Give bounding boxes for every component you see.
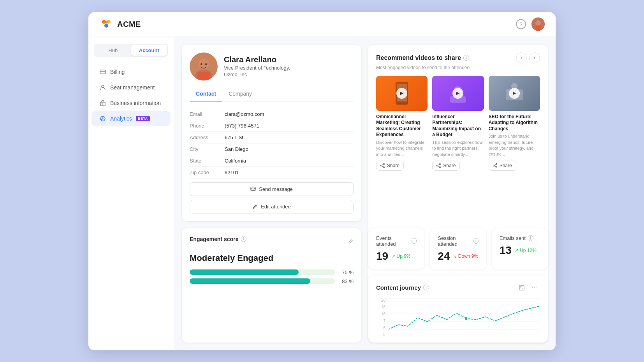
tab-hub[interactable]: Hub [95, 45, 131, 56]
journey-header: Content journey i [376, 283, 540, 293]
video-thumb-1: ▶ [376, 76, 428, 111]
play-btn-3[interactable]: ▶ [509, 88, 520, 99]
seat-icon [99, 84, 106, 91]
email-value: clara@ozmo.com [225, 111, 264, 117]
stat-info-session[interactable]: i [473, 238, 479, 244]
engagement-info-icon[interactable]: i [241, 236, 246, 242]
tab-company[interactable]: Company [222, 88, 258, 101]
svg-point-40 [496, 163, 497, 164]
contact-row-city: City San Diego [190, 143, 354, 155]
svg-point-2 [104, 24, 108, 28]
progress-pct-2: 83 % [339, 278, 354, 284]
videos-subtitle: Most engaged videos to send to the atten… [376, 65, 540, 70]
sidebar-item-analytics[interactable]: Analytics BETA [91, 111, 171, 126]
svg-point-20 [205, 63, 207, 65]
engagement-edit-button[interactable] [348, 238, 354, 245]
video-item-1[interactable]: ▶ Omnichannel Marketing: Creating Seamle… [376, 76, 428, 171]
share-btn-3[interactable]: Share [489, 161, 516, 171]
video-desc-3: Join us to understand emerging trends, f… [489, 133, 540, 157]
tab-account[interactable]: Account [131, 45, 167, 56]
main-content: Clara Arellano Vice President of Technol… [174, 37, 556, 350]
profile-title: Vice President of Technology, [224, 65, 290, 71]
sidebar-item-seat-management[interactable]: Seat management [91, 80, 171, 95]
stats-row: Events attended i 19 ↗ Up 9% Session a [368, 228, 548, 269]
state-label: State [190, 158, 225, 164]
sidebar-item-billing[interactable]: Billing [91, 65, 171, 79]
profile-card: Clara Arellano Vice President of Technol… [182, 45, 361, 221]
stat-label-emails: Emails sent i [500, 235, 540, 241]
share-icon-3 [493, 163, 498, 168]
engagement-level: Moderately Engaged [190, 253, 354, 263]
svg-line-34 [438, 164, 440, 166]
video-item-3[interactable]: ▶ SEO for the Future: Adapting to Algori… [489, 76, 540, 171]
stat-trend-events: ↗ Up 9% [391, 254, 410, 259]
share-icon-1 [380, 163, 385, 168]
svg-line-44 [494, 166, 496, 167]
video-thumb-2: ▶ [432, 76, 484, 111]
svg-point-19 [201, 63, 202, 65]
user-avatar[interactable] [531, 17, 545, 31]
share-icon-2 [436, 163, 441, 168]
svg-point-26 [384, 167, 385, 168]
svg-point-32 [437, 165, 438, 166]
edit-attendee-button[interactable]: Edit attendee [190, 200, 354, 213]
progress-row-2: 83 % [190, 278, 354, 284]
tab-contact[interactable]: Contact [190, 88, 222, 101]
send-message-button[interactable]: Send message [190, 182, 354, 196]
svg-rect-8 [100, 70, 106, 74]
video-title-3: SEO for the Future: Adapting to Algorith… [489, 114, 540, 132]
phone-value: (573) 796-4571 [225, 123, 259, 129]
svg-point-42 [496, 166, 497, 168]
stat-value-events: 19 ↗ Up 9% [376, 250, 417, 262]
sidebar-label-billing: Billing [110, 69, 125, 75]
zip-label: Zip code [190, 170, 225, 175]
sidebar: Hub Account Billing [88, 37, 174, 350]
play-btn-2[interactable]: ▶ [452, 88, 463, 99]
share-label-2: Share [443, 163, 456, 168]
journey-info-icon[interactable]: i [423, 285, 429, 290]
message-icon [250, 186, 256, 192]
svg-line-35 [438, 166, 440, 167]
videos-title: Recommend videos to share i [376, 54, 469, 61]
svg-rect-21 [251, 187, 255, 191]
video-title-2: Influencer Partnerships: Maximizing Impa… [432, 114, 484, 138]
progress-fill-2 [190, 278, 310, 284]
expand-icon [519, 285, 524, 290]
svg-point-3 [105, 21, 108, 24]
share-btn-1[interactable]: Share [376, 161, 404, 171]
videos-grid: ▶ Omnichannel Marketing: Creating Seamle… [376, 76, 540, 171]
play-btn-1[interactable]: ▶ [396, 88, 407, 99]
videos-prev-button[interactable]: ‹ [516, 52, 527, 63]
svg-line-27 [382, 164, 383, 166]
svg-point-41 [493, 165, 494, 166]
profile-company: Ozmo, Inc [224, 72, 290, 77]
stat-info-emails[interactable]: i [528, 235, 533, 241]
video-desc-2: This session explores how to find the ri… [432, 140, 484, 157]
videos-next-button[interactable]: › [529, 52, 540, 63]
sidebar-label-analytics: Analytics [110, 115, 132, 122]
share-btn-2[interactable]: Share [432, 161, 460, 171]
sidebar-tabs: Hub Account [94, 44, 168, 57]
videos-info-icon[interactable]: i [463, 55, 469, 61]
journey-expand-button[interactable] [517, 283, 527, 293]
help-icon[interactable]: ? [516, 19, 526, 29]
engagement-edit-icon [348, 238, 354, 244]
chart-yaxis: 20 18 16 7 6 5 [376, 298, 387, 337]
header: ACME ? [88, 12, 556, 37]
progress-bar-1 [190, 269, 335, 275]
header-right: ? [516, 17, 545, 31]
svg-point-25 [381, 165, 382, 166]
svg-point-33 [440, 167, 441, 168]
journey-more-button[interactable]: ··· [530, 283, 540, 293]
progress-bar-2 [190, 278, 335, 284]
sidebar-item-business[interactable]: Business information [91, 96, 171, 110]
videos-nav: ‹ › [516, 52, 540, 63]
body: Hub Account Billing [88, 37, 556, 350]
svg-rect-18 [197, 72, 210, 80]
billing-icon [99, 68, 106, 75]
email-label: Email [190, 111, 225, 117]
video-item-2[interactable]: ▶ Influencer Partnerships: Maximizing Im… [432, 76, 484, 171]
stat-card-session: Session attended i 24 ↘ Down 9% [430, 228, 486, 269]
stat-info-events[interactable]: i [412, 238, 417, 244]
share-label-3: Share [500, 163, 512, 168]
